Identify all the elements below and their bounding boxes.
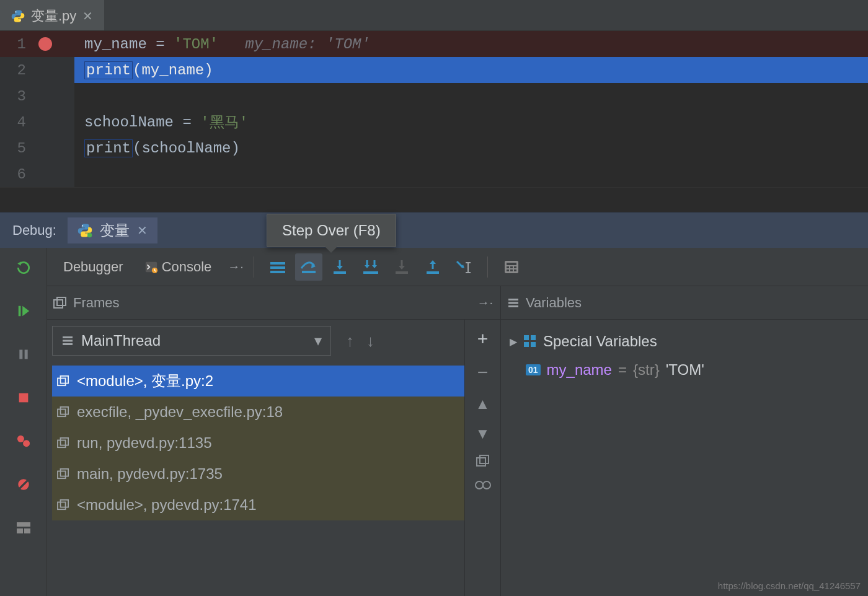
thread-selector[interactable]: MainThread ▾: [52, 326, 331, 356]
step-into-button[interactable]: [326, 253, 353, 281]
svg-rect-57: [477, 458, 485, 466]
mute-breakpoints-button[interactable]: [12, 473, 35, 496]
variables-body[interactable]: ▶ Special Variables 01 my_name = {str} '…: [501, 320, 868, 596]
frame-icon: [57, 375, 69, 387]
svg-rect-38: [514, 266, 516, 268]
editor-gutter: 123456: [0, 31, 74, 187]
show-watches-button[interactable]: [474, 480, 492, 491]
step-out-button[interactable]: [419, 253, 446, 281]
variable-value: 'TOM': [666, 361, 704, 379]
variables-icon: [507, 297, 520, 309]
code-line[interactable]: print(my_name): [74, 57, 868, 83]
step-over-button[interactable]: [295, 253, 322, 281]
svg-point-60: [483, 481, 490, 489]
svg-rect-35: [507, 263, 516, 265]
svg-rect-65: [531, 335, 536, 340]
debug-panels: Frames →· MainThread ▾ ↑: [47, 286, 868, 596]
debug-toolbar: Debugger Console →·: [47, 248, 868, 286]
add-watch-button[interactable]: +: [477, 328, 489, 349]
svg-rect-42: [54, 300, 63, 308]
stack-frame-row[interactable]: main, pydevd.py:1735: [52, 458, 464, 489]
debug-config-name: 变量: [100, 221, 130, 240]
line-number: 2: [1, 62, 26, 79]
file-tab[interactable]: 变量.py ✕: [0, 0, 104, 30]
svg-rect-5: [18, 306, 20, 317]
pause-button[interactable]: [12, 343, 35, 366]
next-frame-button[interactable]: ↓: [366, 331, 374, 351]
frame-label: execfile, _pydev_execfile.py:18: [77, 403, 283, 421]
duplicate-button[interactable]: [476, 455, 490, 467]
svg-rect-28: [396, 271, 408, 274]
svg-point-59: [476, 481, 483, 489]
restore-layout-icon[interactable]: →·: [477, 296, 493, 310]
svg-rect-37: [510, 266, 513, 268]
frame-label: main, pydevd.py:1735: [77, 465, 223, 483]
frame-label: <module>, pydevd.py:1741: [77, 496, 257, 514]
frames-body: MainThread ▾ ↑ ↓ <module>, 变量.py:2execfi…: [47, 320, 500, 596]
editor-tabbar: 变量.py ✕: [0, 0, 868, 31]
close-debug-tab-icon[interactable]: ✕: [137, 223, 148, 238]
editor-code[interactable]: my_name = 'TOM' my_name: 'TOM'print(my_n…: [74, 31, 868, 187]
svg-rect-26: [363, 271, 378, 274]
svg-rect-56: [61, 500, 69, 507]
svg-rect-47: [58, 379, 66, 386]
show-execution-point-button[interactable]: [264, 253, 291, 281]
frame-label: run, pydevd.py:1135: [77, 434, 212, 452]
console-tab[interactable]: Console: [136, 255, 221, 279]
stop-button[interactable]: [12, 387, 35, 409]
svg-rect-53: [58, 471, 66, 479]
special-vars-icon: [523, 335, 537, 348]
debug-right-area: Debugger Console →· Frames: [47, 248, 868, 596]
frame-label: <module>, 变量.py:2: [77, 371, 213, 391]
svg-rect-67: [531, 342, 536, 347]
tooltip: Step Over (F8): [267, 214, 396, 247]
stack-frame-row[interactable]: execfile, _pydev_execfile.py:18: [52, 397, 464, 427]
code-editor[interactable]: 123456 my_name = 'TOM' my_name: 'TOM'pri…: [0, 31, 868, 187]
svg-point-2: [82, 225, 83, 226]
svg-rect-52: [61, 438, 69, 445]
svg-rect-48: [61, 376, 69, 383]
frames-list[interactable]: <module>, 变量.py:2execfile, _pydev_execfi…: [52, 366, 464, 520]
layout-button[interactable]: [12, 517, 35, 539]
debugger-tab[interactable]: Debugger: [55, 255, 132, 279]
frame-icon: [57, 406, 69, 418]
svg-rect-45: [63, 340, 73, 342]
svg-point-9: [17, 436, 24, 442]
move-down-button[interactable]: ▼: [476, 425, 490, 442]
step-into-my-code-button[interactable]: [357, 253, 384, 281]
svg-point-0: [16, 11, 17, 12]
code-line[interactable]: my_name = 'TOM' my_name: 'TOM': [74, 31, 868, 57]
code-line[interactable]: schoolName = '黑马': [74, 109, 868, 135]
svg-rect-46: [63, 343, 73, 345]
close-tab-icon[interactable]: ✕: [82, 9, 93, 24]
svg-rect-62: [508, 302, 518, 304]
force-step-into-button[interactable]: [388, 253, 415, 281]
variables-title: Variables: [526, 295, 582, 311]
svg-rect-19: [270, 266, 285, 269]
frame-icon: [57, 499, 69, 511]
svg-rect-20: [270, 271, 285, 273]
stack-frame-row[interactable]: run, pydevd.py:1135: [52, 427, 464, 458]
prev-frame-button[interactable]: ↑: [346, 331, 354, 351]
code-line[interactable]: print(schoolName): [74, 135, 868, 161]
variable-row[interactable]: 01 my_name = {str} 'TOM': [506, 356, 704, 384]
stack-frame-row[interactable]: <module>, pydevd.py:1741: [52, 489, 464, 520]
code-line[interactable]: [74, 161, 868, 187]
move-up-button[interactable]: ▲: [476, 395, 490, 413]
pin-icon[interactable]: →·: [228, 260, 244, 274]
evaluate-expression-button[interactable]: [498, 253, 525, 281]
frame-icon: [57, 437, 69, 449]
svg-rect-63: [508, 305, 518, 307]
code-line[interactable]: [74, 83, 868, 109]
line-number: 6: [1, 166, 26, 183]
view-breakpoints-button[interactable]: [12, 430, 35, 452]
resume-button[interactable]: [12, 300, 35, 322]
debug-config-chip[interactable]: 变量 ✕: [68, 217, 157, 243]
breakpoint-icon[interactable]: [38, 37, 52, 51]
frames-left: MainThread ▾ ↑ ↓ <module>, 变量.py:2execfi…: [47, 320, 464, 596]
rerun-button[interactable]: [12, 256, 35, 279]
run-to-cursor-button[interactable]: [450, 253, 477, 281]
special-variables-row[interactable]: ▶ Special Variables: [506, 327, 704, 356]
stack-frame-row[interactable]: <module>, 变量.py:2: [52, 366, 464, 397]
remove-watch-button[interactable]: −: [477, 362, 489, 383]
